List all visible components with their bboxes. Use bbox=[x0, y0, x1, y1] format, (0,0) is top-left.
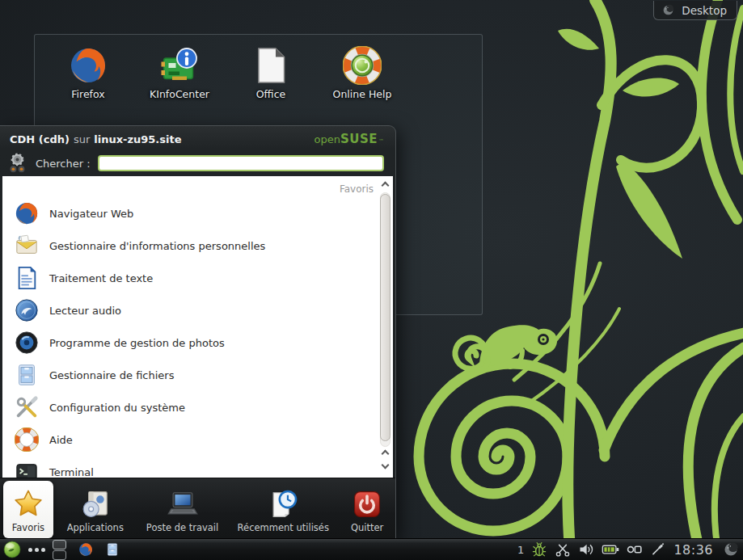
user-name: CDH (cdh) bbox=[10, 133, 70, 145]
desktop-icon-online-help[interactable]: Online Help bbox=[318, 46, 407, 100]
tab-favorites[interactable]: Favoris bbox=[3, 481, 53, 538]
desktop-icon-kinfocenter[interactable]: KInfoCenter bbox=[135, 46, 224, 100]
device-notifier-icon[interactable] bbox=[627, 541, 643, 558]
search-tool-icon bbox=[6, 153, 28, 175]
power-icon bbox=[352, 489, 382, 520]
menu-item-label: Programme de gestion de photos bbox=[49, 337, 225, 349]
menu-item-label: Gestionnaire d'informations personnelles bbox=[49, 240, 265, 252]
firefox-icon bbox=[69, 46, 108, 85]
panel-dots-menu[interactable] bbox=[28, 548, 45, 552]
office-document-icon bbox=[251, 46, 290, 85]
desktop-2-switch[interactable] bbox=[53, 550, 66, 560]
applications-icon bbox=[80, 489, 111, 520]
menu-item-audio-player[interactable]: Lecteur audio bbox=[2, 294, 377, 326]
menu-item-terminal[interactable]: Terminal bbox=[2, 456, 377, 478]
application-launcher-button[interactable] bbox=[3, 541, 21, 558]
kontact-icon bbox=[15, 234, 39, 258]
scroll-down-icon[interactable] bbox=[382, 461, 390, 469]
menu-item-pim[interactable]: Gestionnaire d'informations personnelles bbox=[2, 229, 377, 262]
search-label: Chercher : bbox=[36, 158, 91, 170]
cashew-icon bbox=[661, 3, 675, 17]
recent-icon bbox=[268, 489, 298, 520]
menu-item-help[interactable]: Aide bbox=[2, 423, 377, 456]
menu-item-label: Configuration du système bbox=[49, 402, 185, 414]
menu-item-word-processor[interactable]: Traitement de texte bbox=[2, 262, 377, 294]
tab-recently-used[interactable]: Récemment utilisés bbox=[227, 478, 339, 538]
photo-manager-icon bbox=[15, 331, 39, 355]
tray-number: 1 bbox=[517, 544, 524, 556]
search-input[interactable] bbox=[98, 155, 384, 171]
tab-applications[interactable]: Applications bbox=[53, 478, 137, 538]
desktop-icon-firefox[interactable]: Firefox bbox=[44, 46, 133, 100]
help-icon bbox=[15, 427, 39, 452]
network-tool-icon[interactable] bbox=[650, 542, 665, 557]
desktop-icon-label: Online Help bbox=[333, 88, 392, 100]
desktop-icon-label: KInfoCenter bbox=[150, 88, 209, 100]
tab-leave[interactable]: Quitter bbox=[339, 478, 395, 538]
online-help-icon bbox=[343, 46, 382, 85]
host-name: linux-zu95.site bbox=[94, 133, 181, 145]
system-settings-icon bbox=[15, 395, 39, 419]
logo-open-text: open bbox=[315, 133, 340, 145]
desktop-icon-label: Firefox bbox=[71, 88, 104, 100]
bottom-panel: 1 18:36 bbox=[0, 538, 743, 560]
kickoff-search-row: Chercher : bbox=[0, 150, 395, 176]
tab-label: Favoris bbox=[12, 522, 44, 533]
star-icon bbox=[13, 489, 44, 520]
kickoff-favorites-list: Favoris Navigateur Web Gestionnaire d'in… bbox=[2, 176, 393, 478]
menu-item-system-settings[interactable]: Configuration du système bbox=[2, 391, 377, 423]
menu-item-label: Navigateur Web bbox=[49, 208, 133, 220]
file-manager-icon bbox=[15, 363, 39, 387]
tab-label: Poste de travail bbox=[146, 522, 218, 533]
firefox-icon bbox=[15, 201, 39, 225]
menu-item-label: Gestionnaire de fichiers bbox=[49, 369, 174, 381]
desktop-screen: Firefox KInfoCenter Office Online Help D… bbox=[0, 0, 743, 560]
kinfocenter-icon bbox=[160, 46, 199, 85]
menu-item-label: Aide bbox=[49, 434, 73, 446]
menu-item-file-manager[interactable]: Gestionnaire de fichiers bbox=[2, 359, 377, 391]
file-manager-taskbar-icon[interactable] bbox=[105, 542, 120, 557]
battery-icon[interactable] bbox=[602, 541, 619, 558]
menu-item-label: Lecteur audio bbox=[49, 305, 121, 317]
scrollbar-thumb[interactable] bbox=[380, 194, 390, 441]
desktop-icon-office[interactable]: Office bbox=[226, 46, 315, 100]
kickoff-menu: CDH (cdh) sur linux-zu95.site openSUSE™ … bbox=[0, 125, 396, 539]
kickoff-tab-bar: Favoris Applications Poste de travail Ré… bbox=[0, 478, 395, 538]
logo-trademark: ™ bbox=[378, 138, 384, 145]
scroll-up-icon[interactable] bbox=[382, 450, 390, 458]
title-separator: sur bbox=[74, 133, 90, 145]
tab-label: Récemment utilisés bbox=[238, 522, 329, 533]
audio-player-icon bbox=[15, 298, 39, 322]
volume-icon[interactable] bbox=[578, 541, 594, 558]
tab-computer[interactable]: Poste de travail bbox=[137, 478, 228, 538]
panel-cashew-icon[interactable] bbox=[722, 541, 740, 558]
software-update-bug-icon[interactable] bbox=[531, 541, 547, 558]
tab-label: Quitter bbox=[351, 522, 383, 533]
menu-item-label: Terminal bbox=[49, 466, 94, 478]
digital-clock[interactable]: 18:36 bbox=[673, 542, 713, 558]
kickoff-header: CDH (cdh) sur linux-zu95.site openSUSE™ bbox=[0, 126, 395, 150]
menu-item-photo-manager[interactable]: Programme de gestion de photos bbox=[2, 326, 377, 359]
tab-label: Applications bbox=[67, 522, 124, 533]
virtual-desktop-pager[interactable] bbox=[53, 540, 66, 560]
scroll-up-icon[interactable] bbox=[382, 182, 390, 190]
terminal-icon bbox=[15, 460, 39, 478]
section-label: Favoris bbox=[340, 183, 374, 195]
desktop-toolbox[interactable]: Desktop bbox=[653, 1, 737, 20]
menu-item-label: Traitement de texte bbox=[49, 272, 153, 284]
desktop-1-switch[interactable] bbox=[53, 540, 66, 549]
computer-icon bbox=[167, 489, 198, 520]
toolbox-label: Desktop bbox=[682, 4, 727, 17]
firefox-taskbar-icon[interactable] bbox=[78, 542, 93, 557]
scrollbar[interactable] bbox=[379, 179, 391, 474]
word-processor-icon bbox=[15, 266, 39, 290]
opensuse-logo: openSUSE™ bbox=[315, 132, 385, 146]
menu-item-web-browser[interactable]: Navigateur Web bbox=[2, 197, 377, 229]
desktop-icon-label: Office bbox=[256, 88, 286, 100]
clipboard-scissors-icon[interactable] bbox=[555, 541, 571, 558]
logo-suse-text: SUSE bbox=[340, 132, 378, 146]
